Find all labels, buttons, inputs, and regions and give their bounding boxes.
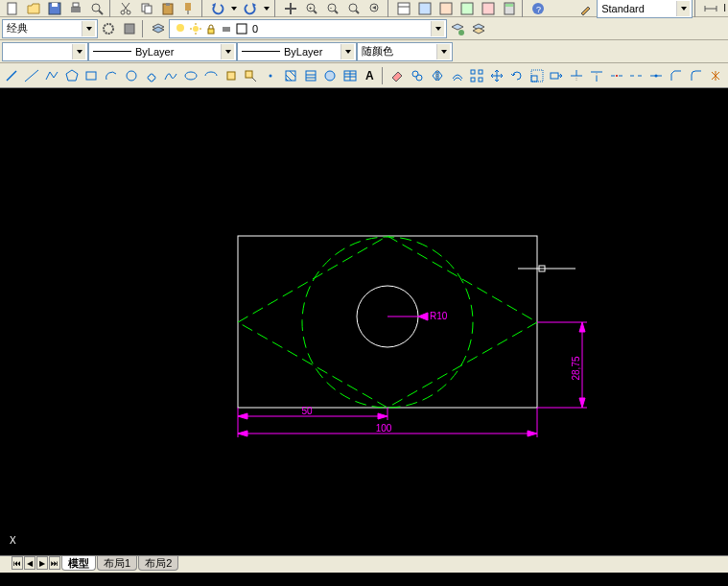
save-icon[interactable] [45, 0, 64, 17]
line-icon[interactable] [3, 67, 21, 84]
svg-rect-15 [185, 3, 191, 11]
scale-icon[interactable] [528, 67, 546, 84]
break-pt-icon[interactable] [607, 67, 625, 84]
redo-icon[interactable] [241, 0, 260, 17]
print-icon[interactable] [66, 0, 85, 17]
tp-icon[interactable] [436, 0, 456, 17]
layer-prev-icon[interactable] [469, 20, 488, 37]
tab-model[interactable]: 模型 [61, 556, 96, 571]
ws-settings-icon[interactable] [99, 20, 118, 37]
color-dropdown[interactable] [2, 42, 88, 61]
ssm-icon[interactable] [458, 0, 477, 17]
new-icon[interactable] [3, 0, 22, 17]
command-line-area[interactable] [0, 573, 728, 586]
tab-layout1[interactable]: 布局1 [97, 556, 137, 571]
brush-icon[interactable] [576, 0, 596, 17]
dc-icon[interactable] [415, 0, 434, 17]
ellipsearc-icon[interactable] [202, 67, 221, 84]
pan-icon[interactable] [281, 0, 300, 17]
zoom-icon[interactable] [344, 0, 364, 17]
svg-rect-54 [86, 72, 96, 80]
dim-style-icon[interactable] [701, 0, 720, 17]
tab-nav-prev[interactable]: ◀ [24, 556, 35, 570]
linetype-dropdown[interactable]: ByLayer [88, 42, 237, 61]
circle-icon[interactable] [123, 67, 141, 84]
xline-icon[interactable] [23, 67, 41, 84]
table-icon[interactable] [341, 67, 360, 84]
break-icon[interactable] [627, 67, 646, 84]
fillet-icon[interactable] [687, 67, 705, 84]
zoom-prev-icon[interactable] [365, 0, 385, 17]
svg-point-91 [616, 75, 618, 77]
svg-rect-33 [505, 4, 513, 7]
props-icon[interactable] [394, 0, 413, 17]
make-block-icon[interactable] [242, 67, 260, 84]
layer-state-icon[interactable] [448, 20, 467, 37]
copy-icon[interactable] [137, 0, 156, 17]
mirror-icon[interactable] [429, 67, 447, 84]
array-icon[interactable] [468, 67, 486, 84]
plotstyle-dropdown[interactable]: 随颜色 [357, 42, 453, 61]
zoom-win-icon[interactable]: - [323, 0, 342, 17]
join-icon[interactable] [647, 67, 666, 84]
point-icon[interactable] [262, 67, 280, 84]
open-icon[interactable] [24, 0, 43, 17]
zoom-rt-icon[interactable]: + [302, 0, 321, 17]
erase-icon[interactable] [388, 67, 407, 84]
spline-icon[interactable] [162, 67, 180, 84]
drawing-canvas[interactable]: R10 50 100 28,75 [0, 88, 728, 555]
move-icon[interactable] [488, 67, 506, 84]
dd-undo-icon[interactable] [229, 0, 239, 17]
explode-icon[interactable] [707, 67, 725, 84]
extend-icon[interactable] [588, 67, 606, 84]
hatch-icon[interactable] [282, 67, 300, 84]
svg-marker-111 [528, 431, 537, 436]
tab-nav-first[interactable]: ⏮ [12, 556, 23, 570]
help-icon[interactable]: ? [528, 0, 548, 17]
polygon-icon[interactable] [62, 67, 81, 84]
block-insert-icon[interactable] [222, 67, 240, 84]
rect-icon[interactable] [82, 67, 101, 84]
workspace-dropdown[interactable]: 经典 [2, 19, 98, 38]
chamfer-icon[interactable] [668, 67, 686, 84]
svg-point-95 [655, 74, 658, 77]
stretch-icon[interactable] [548, 67, 566, 84]
arc-icon[interactable] [103, 67, 121, 84]
gradient-icon[interactable] [301, 67, 319, 84]
svg-rect-76 [471, 70, 475, 74]
dim-2875: 28,75 [571, 356, 581, 380]
svg-rect-12 [145, 6, 152, 13]
rotate-icon[interactable] [508, 67, 527, 84]
tab-nav-next[interactable]: ▶ [36, 556, 48, 570]
match-icon[interactable] [179, 0, 199, 17]
undo-icon[interactable] [208, 0, 227, 17]
preview-icon[interactable] [87, 0, 106, 17]
region-icon[interactable] [321, 67, 340, 84]
trim-icon[interactable] [568, 67, 586, 84]
offset-icon[interactable] [448, 67, 466, 84]
cut-icon[interactable] [116, 0, 135, 17]
tab-nav-last[interactable]: ⏭ [49, 556, 60, 570]
svg-line-52 [25, 70, 38, 82]
tab-layout2[interactable]: 布局2 [138, 556, 178, 571]
calc-icon[interactable] [500, 0, 519, 17]
mkp-icon[interactable] [479, 0, 498, 17]
svg-marker-106 [378, 413, 387, 419]
layer-props-icon[interactable] [149, 20, 168, 37]
ws-save-icon[interactable] [120, 20, 139, 37]
svg-rect-29 [440, 3, 452, 14]
copy-obj-icon[interactable] [409, 67, 427, 84]
text-style-dropdown[interactable]: Standard [597, 0, 693, 18]
pline-icon[interactable] [43, 67, 61, 84]
lineweight-dropdown[interactable]: ByLayer [237, 42, 357, 61]
layer-dropdown[interactable]: 0 [169, 19, 447, 38]
ellipse-icon[interactable] [182, 67, 200, 84]
lw-swatch-icon [242, 51, 280, 52]
svg-line-21 [335, 11, 338, 13]
mtext-icon[interactable]: A [362, 67, 380, 84]
dd-redo-icon[interactable] [262, 0, 271, 17]
svg-line-24 [356, 11, 359, 13]
revcloud-icon[interactable] [142, 67, 160, 84]
svg-line-18 [314, 11, 317, 13]
paste-icon[interactable] [158, 0, 177, 17]
